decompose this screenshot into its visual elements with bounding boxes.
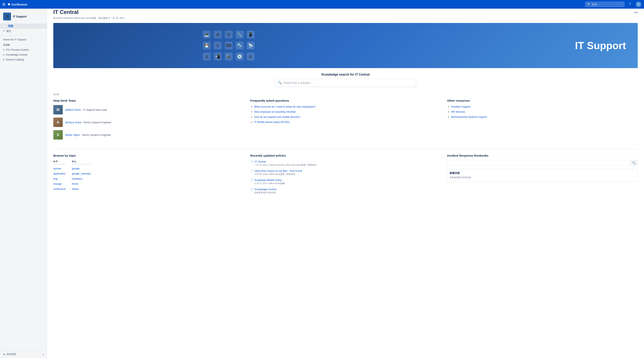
hero-icon-grid: 💻 🖥 ⚙ 🔧 📱 💾 🖱 ⌨ 🔩 📡 🖨 📲 🔌 💿 🖧	[199, 27, 258, 64]
space-header[interactable]: 🖥 IT Support	[0, 11, 47, 22]
team-member-3: X @Max Taylor - Senior Systems Engineer	[53, 130, 244, 139]
list-item: IT Mobile device policy (BYOD)	[254, 120, 441, 123]
sidebar-item-pages[interactable]: 📄 页面	[0, 24, 47, 29]
help-icon[interactable]: ?	[627, 1, 633, 8]
main-content: 页面 IT Central 由 admin-firstname admin-la…	[47, 0, 644, 201]
alana-avatar: A	[53, 118, 63, 127]
alana-role: -	[82, 121, 84, 124]
tag-content-box: 标签内容 在标签管理中没有内容	[447, 169, 638, 182]
article-link-2[interactable]: Hard drive issues on my Mac - how to tes…	[255, 169, 302, 172]
hero-banner: 💻 🖥 ⚙ 🔧 📱 💾 🖱 ⌨ 🔩 📡 🖨 📲 🔌 💿 🖧 IT Support	[53, 23, 638, 68]
topic-link[interactable]: bug	[53, 176, 66, 181]
incident-search-input[interactable]	[447, 160, 630, 165]
article-icon: 📄	[250, 178, 254, 182]
team-member-2: A @Alana Grant - Senior Support Engineer	[53, 118, 244, 127]
sidebar-home-link[interactable]: Home for IT Support	[0, 37, 47, 42]
grid-icon[interactable]: ⊞	[2, 2, 5, 7]
resource-link-1[interactable]: Facilities Support	[451, 105, 470, 108]
hero-icon-1: 💻	[203, 31, 211, 39]
search-icon: 🔍	[587, 3, 591, 6]
topic-table: A-F access application bug change conflu…	[53, 160, 244, 192]
mitch-info: @Mitch Davis - IT Support team lead	[65, 108, 107, 111]
article-link-4[interactable]: Knowledge Central	[255, 188, 276, 191]
app-name: Confluence	[11, 3, 28, 6]
faq-link-2[interactable]: New employee on-boarding checklist	[254, 110, 296, 113]
article-link-1[interactable]: IT Central	[255, 160, 266, 163]
article-item-4: 📄 Knowledge Central 在标签管理中没有内容	[250, 188, 441, 194]
page-meta: 由 admin-firstname admin-last-name创建，最后修改…	[53, 17, 125, 20]
article-meta-3: 十月 10, 2017 • Mitch Davis创建	[254, 182, 441, 185]
hero-icon-15: 🖧	[247, 53, 254, 60]
hero-icons: 💻 🖥 ⚙ 🔧 📱 💾 🖱 ⌨ 🔩 📡 🖨 📲 🔌 💿 🖧	[53, 23, 404, 68]
faq-link-3[interactable]: How do we request new mobile devices?	[254, 115, 300, 118]
alana-role-label: Senior Support Engineer	[84, 121, 111, 124]
resource-link-3[interactable]: Manufacturing Systems support	[451, 115, 487, 118]
resource-link-2[interactable]: HR Services	[451, 110, 465, 113]
page-options-button[interactable]: •••	[634, 11, 638, 15]
recent-articles-title: Recently updated articles	[250, 154, 441, 157]
alana-name[interactable]: @Alana Grant	[65, 121, 81, 124]
hero-icon-4: 🔧	[236, 31, 244, 39]
other-resources-title: Other resources	[447, 99, 638, 102]
article-link-3[interactable]: Employee Mobile Policy	[255, 178, 282, 182]
three-column-section: Help Desk Team M @Mitch Davis - IT Suppo…	[53, 99, 638, 143]
faq-link-4[interactable]: IT Mobile device policy (BYOD)	[254, 120, 290, 123]
incident-search-button[interactable]: 🔍	[630, 160, 638, 165]
topic-link[interactable]: hardware	[72, 176, 91, 181]
topic-link[interactable]: access	[53, 166, 66, 171]
page-title: IT Central	[53, 9, 125, 15]
hero-icon-5: 📱	[247, 31, 254, 39]
sidebar-item-knowledge[interactable]: ▶ Knowledge Central	[0, 52, 47, 57]
faq-link-1[interactable]: What accounts do I need to setup for new…	[254, 105, 316, 108]
list-item: HR Services	[451, 110, 638, 113]
max-info: @Max Taylor - Senior Systems Engineer	[65, 133, 111, 136]
list-item: What accounts do I need to setup for new…	[254, 105, 441, 108]
bottom-three-col: Browse by topic A-F access application b…	[53, 154, 638, 197]
resource-list: Facilities Support HR Services Manufactu…	[447, 105, 638, 118]
space-icon: 🖥	[3, 13, 11, 21]
sidebar-item-service[interactable]: ▶ Service Catalog	[0, 57, 47, 62]
topic-link[interactable]: change	[53, 181, 66, 187]
sidebar-divider	[0, 35, 47, 36]
topic-link[interactable]: google_calendar	[72, 171, 91, 176]
max-avatar: X	[53, 130, 63, 139]
article-item-3: 📄 Employee Mobile Policy 十月 10, 2017 • M…	[250, 178, 441, 185]
topic-col-gl: G-L google google_calendar hardware home…	[72, 160, 91, 192]
article-icon: 📄	[250, 188, 254, 191]
browse-topics-title: Browse by topic	[53, 154, 244, 157]
confluence-icon: ✱	[8, 3, 10, 6]
topic-link[interactable]: application	[53, 171, 66, 176]
sidebar-item-blog[interactable]: ❝ 博文	[0, 29, 47, 34]
topic-link[interactable]: intsall	[72, 187, 91, 192]
topic-link[interactable]: confluence	[53, 187, 66, 192]
incident-search-box[interactable]: 🔍	[447, 160, 638, 166]
knowledge-search-section: Knowledge search for IT Central 🔍	[53, 73, 638, 87]
knowledge-search-input[interactable]	[284, 81, 413, 84]
mitch-role-label: IT Support team lead	[83, 108, 107, 111]
login-icon[interactable]: 登	[636, 1, 642, 8]
sidebar-itil-label: ITIL Process Guides	[6, 48, 29, 51]
mitch-name[interactable]: @Mitch Davis	[65, 108, 81, 111]
sidebar-tree-label: 页面树	[0, 42, 47, 47]
sidebar-item-itil[interactable]: ▶ ITIL Process Guides	[0, 47, 47, 52]
user-avatar[interactable]: 登	[636, 2, 641, 7]
topic-col-af: A-F access application bug change conflu…	[53, 160, 66, 192]
max-name[interactable]: @Max Taylor	[65, 133, 80, 136]
faq-section: Frequently asked questions What accounts…	[250, 99, 441, 143]
faq-list: What accounts do I need to setup for new…	[250, 105, 441, 123]
knowledge-search-title: Knowledge search for IT Central	[53, 73, 638, 76]
other-resources-section: Other resources Facilities Support HR Se…	[447, 99, 638, 143]
article-header: 📄 IT Central	[250, 160, 441, 163]
search-input[interactable]	[592, 3, 622, 6]
faq-title: Frequently asked questions	[250, 99, 441, 102]
topic-link[interactable]: google	[72, 166, 91, 171]
sidebar-blog-label: 博文	[6, 30, 11, 33]
topic-link[interactable]: home	[72, 181, 91, 187]
list-item: New employee on-boarding checklist	[254, 110, 441, 113]
alana-info: @Alana Grant - Senior Support Engineer	[65, 121, 112, 124]
knowledge-search-box[interactable]: 🔍	[275, 79, 416, 87]
blog-icon: ❝	[3, 30, 5, 33]
top-search-box[interactable]: 🔍	[585, 2, 624, 7]
incident-runbooks-section: Incident Response Runbooks 🔍 标签内容 在标签管理中…	[447, 154, 638, 197]
confluence-logo[interactable]: ✱ Confluence	[8, 3, 28, 6]
